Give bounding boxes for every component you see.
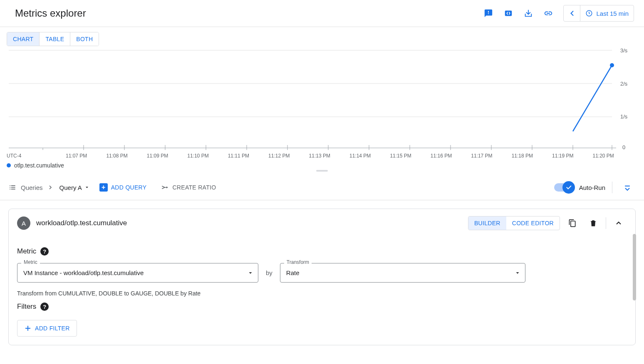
x-tick: 11:18 PM — [512, 153, 533, 159]
legend-color-dot — [7, 163, 11, 167]
tab-builder[interactable]: BUILDER — [468, 216, 506, 230]
x-tick: 11:10 PM — [187, 153, 208, 159]
x-tick: 11:08 PM — [106, 153, 127, 159]
time-prev-button[interactable] — [564, 5, 580, 21]
collapse-all-button[interactable] — [619, 179, 636, 196]
chart-legend: otlp.test.cumulative — [7, 162, 639, 169]
metric-section-label: Metric — [17, 247, 36, 256]
y-tick: 1/s — [620, 113, 628, 120]
metric-field-label: Metric — [21, 259, 40, 265]
queries-label[interactable]: Queries — [21, 184, 43, 191]
download-icon[interactable] — [520, 5, 537, 22]
transform-value: Rate — [286, 269, 300, 276]
query-panel: A workload/otlp.test.cumulative BUILDER … — [8, 209, 636, 345]
query-selector[interactable]: Query A — [59, 184, 89, 191]
chart-svg: 3/s 2/s 1/s 0 — [7, 42, 639, 150]
x-tick: 11:07 PM — [66, 153, 87, 159]
svg-rect-0 — [505, 11, 512, 16]
caret-down-icon — [84, 185, 89, 190]
list-icon — [8, 183, 17, 192]
query-title: workload/otlp.test.cumulative — [36, 219, 127, 227]
time-range-label: Last 15 min — [596, 10, 629, 17]
check-icon — [562, 181, 575, 194]
merge-icon — [161, 183, 169, 192]
editor-mode-tabs: BUILDER CODE EDITOR — [468, 216, 560, 230]
x-tick: 11:11 PM — [228, 153, 249, 159]
help-icon[interactable]: ? — [40, 247, 49, 256]
by-label: by — [266, 269, 272, 276]
tab-code-editor[interactable]: CODE EDITOR — [506, 216, 560, 230]
add-filter-button[interactable]: ADD FILTER — [17, 320, 77, 337]
x-tick: 11:12 PM — [268, 153, 290, 159]
copy-icon[interactable] — [564, 215, 581, 231]
legend-label: otlp.test.cumulative — [14, 162, 64, 169]
transform-hint: Transform from CUMULATIVE, DOUBLE to GAU… — [17, 290, 627, 297]
x-tick: 11:13 PM — [309, 153, 330, 159]
create-ratio-label: CREATE RATIO — [172, 184, 216, 191]
header-actions: Last 15 min — [480, 5, 634, 22]
x-tick: 11:15 PM — [390, 153, 411, 159]
x-tick: 11:14 PM — [349, 153, 371, 159]
metric-value: VM Instance - workload/otlp.test.cumulat… — [23, 269, 144, 276]
collapse-icon[interactable] — [610, 215, 627, 231]
plus-icon: + — [99, 183, 108, 192]
scrollbar[interactable] — [633, 234, 636, 300]
auto-run-label: Auto-Run — [579, 184, 605, 191]
time-range-selector[interactable]: Last 15 min — [580, 10, 634, 17]
chart: 3/s 2/s 1/s 0 UTC-4 11:07 PM 11:08 PM 11… — [7, 42, 639, 167]
code-icon[interactable] — [500, 5, 517, 22]
x-tick: 11:17 PM — [471, 153, 492, 159]
y-tick: 3/s — [620, 47, 628, 54]
add-query-button[interactable]: + ADD QUERY — [99, 183, 147, 192]
svg-line-21 — [573, 65, 612, 131]
help-icon[interactable]: ? — [40, 303, 49, 311]
add-filter-label: ADD FILTER — [35, 325, 70, 332]
chevron-right-icon — [47, 184, 54, 191]
chart-timezone: UTC-4 — [7, 153, 41, 159]
y-tick: 2/s — [620, 81, 628, 87]
filters-section-label: Filters — [17, 303, 36, 311]
add-query-label: ADD QUERY — [111, 184, 147, 191]
transform-field-label: Transform — [284, 259, 312, 265]
svg-point-22 — [610, 63, 614, 67]
feedback-icon[interactable] — [480, 5, 497, 22]
query-letter-badge: A — [17, 216, 30, 230]
x-tick: 11:20 PM — [592, 153, 614, 159]
transform-select[interactable]: Rate — [280, 263, 525, 283]
caret-down-icon — [248, 270, 253, 276]
x-tick: 11:19 PM — [552, 153, 573, 159]
x-tick: 11:16 PM — [431, 153, 452, 159]
page-title: Metrics explorer — [15, 7, 86, 19]
create-ratio-button[interactable]: CREATE RATIO — [161, 183, 216, 192]
auto-run-toggle[interactable] — [554, 183, 572, 192]
caret-down-icon — [515, 270, 520, 276]
x-tick: 11:09 PM — [147, 153, 168, 159]
plus-icon — [24, 325, 32, 332]
query-selector-label: Query A — [59, 184, 82, 191]
y-tick: 0 — [622, 144, 625, 150]
link-icon[interactable] — [540, 5, 557, 22]
metric-select[interactable]: VM Instance - workload/otlp.test.cumulat… — [17, 263, 258, 283]
delete-icon[interactable] — [585, 215, 602, 231]
